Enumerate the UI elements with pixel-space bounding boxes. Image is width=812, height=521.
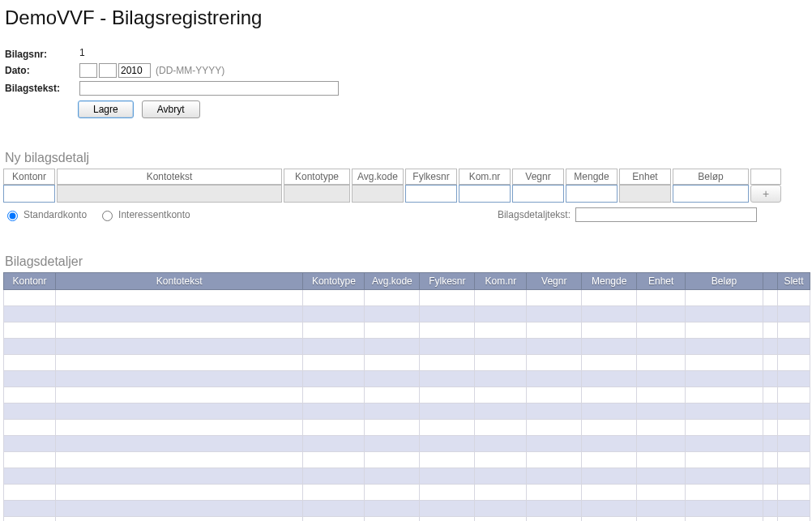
table-cell: [582, 468, 637, 485]
table-cell: [763, 290, 777, 306]
table-cell: [55, 452, 302, 468]
enhet-input: [619, 185, 671, 203]
table-cell: [527, 387, 582, 404]
bilagsdetaljtekst-input[interactable]: [575, 207, 757, 222]
table-cell: [365, 501, 420, 517]
dato-year-input[interactable]: [118, 63, 151, 78]
table-cell: [420, 306, 475, 322]
table-cell: [527, 420, 582, 436]
dato-day-input[interactable]: [79, 63, 97, 78]
col-header-add: [750, 169, 781, 185]
table-cell: [4, 436, 56, 452]
table-cell: [763, 306, 777, 322]
table-row: [4, 290, 810, 306]
table-cell: [55, 517, 302, 522]
standardkonto-radio[interactable]: [7, 211, 18, 221]
th-kontonr[interactable]: Kontonr: [4, 273, 56, 290]
col-header-kontotekst: Kontotekst: [57, 169, 282, 185]
th-enhet[interactable]: Enhet: [637, 273, 686, 290]
table-cell: [55, 322, 302, 339]
col-header-enhet: Enhet: [619, 169, 671, 185]
th-avg[interactable]: Avg.kode: [365, 273, 420, 290]
th-belop[interactable]: Beløp: [686, 273, 763, 290]
avbryt-button[interactable]: Avbryt: [142, 100, 200, 118]
vegnr-input[interactable]: [512, 185, 564, 203]
table-cell: [365, 387, 420, 404]
table-row: [4, 485, 810, 501]
table-cell: [763, 387, 777, 404]
dato-month-input[interactable]: [99, 63, 117, 78]
table-cell: [4, 355, 56, 371]
lagre-button[interactable]: Lagre: [78, 100, 134, 118]
th-kom[interactable]: Kom.nr: [475, 273, 527, 290]
table-cell: [777, 290, 810, 306]
table-cell: [303, 501, 365, 517]
bilagstekst-label: Bilagstekst:: [5, 81, 79, 96]
fylkesnr-input[interactable]: [405, 185, 457, 203]
interessentkonto-label: Interessentkonto: [118, 209, 190, 220]
table-cell: [582, 517, 637, 522]
table-cell: [527, 501, 582, 517]
th-empty: [763, 273, 777, 290]
kontonr-input[interactable]: [3, 185, 55, 203]
table-cell: [582, 306, 637, 322]
table-cell: [527, 322, 582, 339]
table-cell: [4, 339, 56, 355]
table-cell: [4, 387, 56, 404]
standardkonto-option[interactable]: Standardkonto: [3, 208, 87, 221]
add-detail-button[interactable]: +: [750, 185, 781, 203]
table-cell: [527, 404, 582, 420]
table-cell: [475, 517, 527, 522]
th-veg[interactable]: Vegnr: [527, 273, 582, 290]
table-cell: [475, 290, 527, 306]
table-cell: [637, 436, 686, 452]
bilagsnr-value: 1: [79, 47, 806, 60]
th-kontotype[interactable]: Kontotype: [303, 273, 365, 290]
table-cell: [763, 355, 777, 371]
table-cell: [637, 404, 686, 420]
table-cell: [420, 404, 475, 420]
entry-options: Standardkonto Interessentkonto Bilagsdet…: [3, 207, 757, 222]
th-mengde[interactable]: Mengde: [582, 273, 637, 290]
table-cell: [55, 306, 302, 322]
table-cell: [4, 404, 56, 420]
table-cell: [365, 468, 420, 485]
col-header-veg: Vegnr: [512, 169, 564, 185]
th-slett[interactable]: Slett: [777, 273, 810, 290]
table-cell: [527, 339, 582, 355]
page-title: DemoVVF - Bilagsregistrering: [5, 6, 806, 29]
table-cell: [637, 339, 686, 355]
table-cell: [420, 436, 475, 452]
table-cell: [420, 485, 475, 501]
interessentkonto-radio[interactable]: [102, 211, 113, 221]
table-cell: [475, 306, 527, 322]
table-row: [4, 355, 810, 371]
table-cell: [686, 468, 763, 485]
table-cell: [420, 387, 475, 404]
th-kontotekst[interactable]: Kontotekst: [55, 273, 302, 290]
table-cell: [582, 322, 637, 339]
table-cell: [763, 452, 777, 468]
table-cell: [763, 339, 777, 355]
col-header-belop: Beløp: [673, 169, 749, 185]
table-cell: [777, 501, 810, 517]
col-header-avg: Avg.kode: [352, 169, 404, 185]
table-cell: [777, 517, 810, 522]
th-fylkes[interactable]: Fylkesnr: [420, 273, 475, 290]
bilagstekst-input[interactable]: [79, 81, 339, 96]
komnr-input[interactable]: [459, 185, 511, 203]
mengde-input[interactable]: [566, 185, 618, 203]
table-cell: [420, 322, 475, 339]
belop-input[interactable]: [673, 185, 749, 203]
table-cell: [637, 501, 686, 517]
table-cell: [763, 420, 777, 436]
table-cell: [365, 371, 420, 387]
avgkode-input: [352, 185, 404, 203]
table-cell: [55, 387, 302, 404]
table-cell: [582, 404, 637, 420]
table-cell: [582, 387, 637, 404]
table-row: [4, 371, 810, 387]
interessentkonto-option[interactable]: Interessentkonto: [98, 208, 190, 221]
kontotype-radios: Standardkonto Interessentkonto: [3, 208, 190, 221]
table-cell: [686, 501, 763, 517]
